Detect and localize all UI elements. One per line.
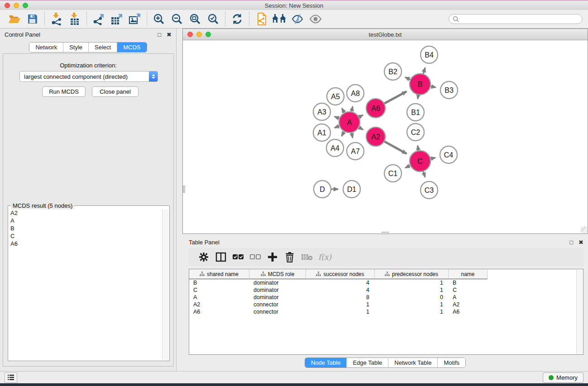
edge-A-A7[interactable] — [352, 133, 353, 138]
criterion-dropdown[interactable]: largest connected component (directed) — [19, 71, 158, 82]
edge-A-A6[interactable] — [359, 115, 363, 117]
open-session-icon[interactable] — [7, 12, 22, 26]
node-C[interactable]: C — [410, 151, 430, 172]
table-tab-motifs[interactable]: Motifs — [438, 358, 465, 367]
node-D[interactable]: D — [314, 181, 331, 198]
node-A7[interactable]: A7 — [347, 143, 364, 160]
result-item[interactable]: C — [9, 233, 163, 240]
settings-gear-icon[interactable] — [196, 250, 211, 264]
edge-C-C3[interactable] — [423, 172, 425, 177]
memory-button[interactable]: Memory — [543, 372, 583, 383]
table-cell[interactable]: B — [449, 280, 488, 286]
edge-A2-C[interactable] — [384, 142, 406, 154]
tab-network[interactable]: Network — [29, 43, 63, 52]
zoom-in-icon[interactable] — [151, 12, 167, 26]
search-input[interactable] — [462, 15, 578, 23]
left-splitter-handle[interactable] — [183, 186, 185, 193]
close-panel-icon[interactable]: ✖ — [167, 32, 172, 38]
table-cell[interactable]: connector — [249, 301, 306, 308]
table-cell[interactable]: 1 — [375, 301, 449, 308]
edge-B-B2[interactable] — [405, 77, 410, 80]
column-layout-icon[interactable] — [213, 250, 229, 264]
home-icon[interactable] — [272, 12, 287, 26]
table-cell[interactable]: B — [189, 280, 249, 286]
tab-mcds[interactable]: MCDS — [117, 43, 146, 52]
node-A8[interactable]: A8 — [347, 85, 364, 102]
zoom-fit-icon[interactable] — [187, 12, 203, 26]
show-graphics-icon[interactable] — [308, 12, 323, 26]
table-tab-edge-table[interactable]: Edge Table — [347, 358, 388, 367]
table-cell[interactable]: 4 — [306, 280, 375, 286]
node-A1[interactable]: A1 — [313, 124, 330, 141]
delete-table-icon[interactable] — [299, 250, 315, 264]
edge-B-B1[interactable] — [418, 95, 418, 99]
column-header-successor-nodes[interactable]: successor nodes — [306, 269, 375, 279]
table-cell[interactable]: 0 — [375, 294, 449, 300]
tab-select[interactable]: Select — [89, 43, 117, 52]
function-builder-icon[interactable]: f(x) — [318, 253, 331, 262]
export-network-icon[interactable] — [91, 12, 106, 26]
node-A4[interactable]: A4 — [326, 139, 344, 157]
node-A2[interactable]: A2 — [366, 127, 385, 146]
column-header-predecessor-nodes[interactable]: predecessor nodes — [375, 269, 449, 279]
column-header-MCDS-role[interactable]: MCDS role — [249, 269, 306, 279]
search-field[interactable] — [449, 14, 583, 24]
edge-A-A8[interactable] — [352, 106, 353, 111]
node-A3[interactable]: A3 — [313, 103, 330, 120]
table-tab-network-table[interactable]: Network Table — [388, 358, 438, 367]
network-graph[interactable]: AA6A2BCA5A8A3A1A4A7B4B2B3B1C2C4C1C3DD1 — [183, 40, 588, 234]
node-B[interactable]: B — [410, 74, 430, 95]
export-table-icon[interactable] — [109, 12, 124, 26]
edge-C-C2[interactable] — [418, 146, 419, 151]
table-cell[interactable]: A — [449, 294, 488, 300]
table-cell[interactable]: dominator — [249, 287, 306, 293]
table-row[interactable]: A6connector11A6 — [189, 308, 583, 315]
edge-C-C4[interactable] — [430, 158, 435, 159]
close-table-panel-icon[interactable]: ✖ — [578, 239, 583, 245]
node-B1[interactable]: B1 — [407, 104, 424, 121]
node-C3[interactable]: C3 — [421, 181, 438, 199]
table-cell[interactable]: A6 — [189, 309, 249, 315]
close-panel-button[interactable]: Close panel — [92, 86, 139, 97]
save-session-icon[interactable] — [25, 12, 40, 26]
export-image-icon[interactable] — [127, 12, 143, 26]
edge-B-B4[interactable] — [423, 68, 425, 74]
table-cell[interactable]: 8 — [306, 294, 375, 300]
refresh-icon[interactable] — [229, 12, 245, 26]
table-cell[interactable]: A2 — [449, 301, 488, 308]
mcds-result-list[interactable]: A2ABCA6 — [9, 210, 163, 360]
import-table-icon[interactable] — [67, 12, 82, 26]
node-B3[interactable]: B3 — [440, 81, 458, 99]
table-cell[interactable]: 1 — [306, 301, 375, 308]
result-item[interactable]: A — [9, 217, 163, 225]
node-B4[interactable]: B4 — [421, 46, 438, 63]
task-history-button[interactable] — [5, 372, 17, 383]
node-B2[interactable]: B2 — [384, 63, 402, 80]
network-window-titlebar[interactable]: testGlobe.txt — [183, 29, 588, 40]
table-row[interactable]: Adominator80A — [189, 294, 583, 301]
edge-C-C1[interactable] — [405, 166, 410, 168]
import-network-icon[interactable] — [49, 12, 64, 26]
node-A5[interactable]: A5 — [327, 88, 344, 105]
column-header-name[interactable]: name — [449, 269, 488, 279]
resize-grip-icon[interactable] — [581, 227, 587, 233]
node-C4[interactable]: C4 — [440, 146, 457, 163]
edge-A-A5[interactable] — [342, 108, 344, 113]
edge-A-A1[interactable] — [335, 126, 339, 128]
float-panel-icon[interactable]: □ — [158, 32, 161, 38]
table-cell[interactable]: 4 — [306, 287, 375, 293]
table-row[interactable]: Bdominator41B — [189, 279, 583, 286]
add-column-icon[interactable] — [265, 250, 280, 264]
run-mcds-button[interactable]: Run MCDS — [42, 86, 86, 97]
bottom-splitter-handle[interactable] — [382, 232, 389, 234]
table-cell[interactable]: A6 — [449, 309, 488, 315]
new-network-icon[interactable] — [253, 12, 269, 26]
select-all-checkboxes-icon[interactable] — [230, 250, 246, 264]
node-D1[interactable]: D1 — [343, 181, 360, 198]
float-table-panel-icon[interactable]: □ — [569, 239, 573, 245]
table-scrollbar[interactable] — [576, 270, 583, 354]
table-cell[interactable]: A — [189, 294, 249, 300]
edge-A6-B[interactable] — [384, 91, 406, 103]
table-tab-node-table[interactable]: Node Table — [305, 358, 347, 367]
node-A6[interactable]: A6 — [366, 99, 385, 118]
